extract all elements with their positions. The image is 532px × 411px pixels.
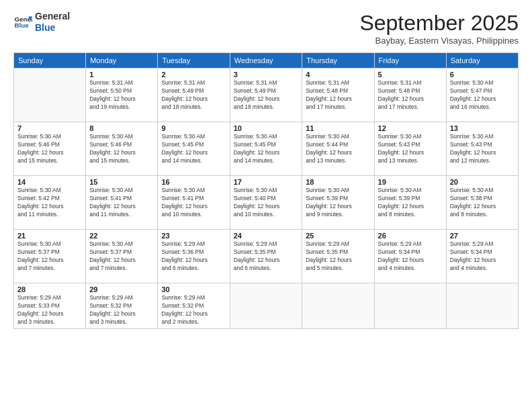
table-row: 5Sunrise: 5:31 AM Sunset: 5:48 PM Daylig… [374,68,446,122]
location: Baybay, Eastern Visayas, Philippines [359,36,519,46]
day-number: 24 [234,232,298,240]
table-row: 29Sunrise: 5:29 AM Sunset: 5:32 PM Dayli… [86,283,158,329]
day-info: Sunrise: 5:30 AM Sunset: 5:45 PM Dayligh… [234,133,298,165]
table-row: 20Sunrise: 5:30 AM Sunset: 5:38 PM Dayli… [446,176,518,230]
table-row: 21Sunrise: 5:30 AM Sunset: 5:37 PM Dayli… [14,230,86,283]
day-number: 11 [306,124,370,132]
table-row [230,283,302,329]
day-info: Sunrise: 5:31 AM Sunset: 5:48 PM Dayligh… [378,79,443,111]
table-row: 14Sunrise: 5:30 AM Sunset: 5:42 PM Dayli… [14,176,86,230]
day-info: Sunrise: 5:31 AM Sunset: 5:50 PM Dayligh… [89,79,154,111]
day-number: 6 [450,71,515,79]
day-number: 16 [161,178,226,186]
table-row [302,283,374,329]
day-number: 7 [17,124,82,132]
col-tuesday: Tuesday [158,53,230,68]
table-row: 23Sunrise: 5:29 AM Sunset: 5:36 PM Dayli… [158,230,230,283]
day-info: Sunrise: 5:30 AM Sunset: 5:39 PM Dayligh… [378,187,443,219]
table-row: 10Sunrise: 5:30 AM Sunset: 5:45 PM Dayli… [230,122,302,176]
day-number: 30 [161,285,226,293]
day-info: Sunrise: 5:29 AM Sunset: 5:34 PM Dayligh… [450,240,515,273]
svg-text:Blue: Blue [14,21,29,29]
table-row: 28Sunrise: 5:29 AM Sunset: 5:33 PM Dayli… [14,283,86,329]
day-number: 27 [450,232,515,240]
day-info: Sunrise: 5:30 AM Sunset: 5:41 PM Dayligh… [161,187,226,219]
table-row: 3Sunrise: 5:31 AM Sunset: 5:49 PM Daylig… [230,68,302,122]
day-info: Sunrise: 5:30 AM Sunset: 5:43 PM Dayligh… [378,133,443,165]
day-info: Sunrise: 5:30 AM Sunset: 5:38 PM Dayligh… [450,187,515,219]
day-info: Sunrise: 5:30 AM Sunset: 5:44 PM Dayligh… [306,133,370,165]
day-info: Sunrise: 5:29 AM Sunset: 5:34 PM Dayligh… [378,240,443,273]
col-saturday: Saturday [446,53,518,68]
table-row: 24Sunrise: 5:29 AM Sunset: 5:35 PM Dayli… [230,230,302,283]
table-row: 9Sunrise: 5:30 AM Sunset: 5:45 PM Daylig… [158,122,230,176]
table-row: 27Sunrise: 5:29 AM Sunset: 5:34 PM Dayli… [446,230,518,283]
col-sunday: Sunday [14,53,86,68]
col-thursday: Thursday [302,53,374,68]
day-info: Sunrise: 5:29 AM Sunset: 5:32 PM Dayligh… [89,294,154,326]
header: General Blue General Blue September 2025… [13,11,519,46]
day-number: 23 [161,232,226,240]
day-number: 17 [234,178,298,186]
day-number: 8 [89,124,154,132]
day-number: 10 [234,124,298,132]
day-info: Sunrise: 5:30 AM Sunset: 5:46 PM Dayligh… [89,133,154,165]
table-row: 8Sunrise: 5:30 AM Sunset: 5:46 PM Daylig… [86,122,158,176]
day-info: Sunrise: 5:30 AM Sunset: 5:37 PM Dayligh… [89,240,154,273]
day-info: Sunrise: 5:30 AM Sunset: 5:42 PM Dayligh… [17,187,82,219]
day-info: Sunrise: 5:30 AM Sunset: 5:47 PM Dayligh… [450,79,515,111]
day-info: Sunrise: 5:29 AM Sunset: 5:35 PM Dayligh… [306,240,370,273]
table-row: 12Sunrise: 5:30 AM Sunset: 5:43 PM Dayli… [374,122,446,176]
day-info: Sunrise: 5:31 AM Sunset: 5:49 PM Dayligh… [161,79,226,111]
table-row: 19Sunrise: 5:30 AM Sunset: 5:39 PM Dayli… [374,176,446,230]
table-row [446,283,518,329]
day-info: Sunrise: 5:30 AM Sunset: 5:45 PM Dayligh… [161,133,226,165]
logo-icon: General Blue [13,13,32,32]
day-number: 25 [306,232,370,240]
calendar-table: Sunday Monday Tuesday Wednesday Thursday… [13,52,519,329]
day-number: 18 [306,178,370,186]
day-info: Sunrise: 5:31 AM Sunset: 5:48 PM Dayligh… [306,79,370,111]
day-info: Sunrise: 5:30 AM Sunset: 5:37 PM Dayligh… [17,240,82,273]
day-info: Sunrise: 5:31 AM Sunset: 5:49 PM Dayligh… [234,79,298,111]
day-number: 26 [378,232,443,240]
day-number: 2 [161,71,226,79]
day-number: 1 [89,71,154,79]
table-row: 16Sunrise: 5:30 AM Sunset: 5:41 PM Dayli… [158,176,230,230]
day-info: Sunrise: 5:29 AM Sunset: 5:32 PM Dayligh… [161,294,226,326]
day-number: 19 [378,178,443,186]
table-row [374,283,446,329]
day-number: 20 [450,178,515,186]
day-number: 5 [378,71,443,79]
day-info: Sunrise: 5:29 AM Sunset: 5:33 PM Dayligh… [17,294,82,326]
day-info: Sunrise: 5:30 AM Sunset: 5:41 PM Dayligh… [89,187,154,219]
table-row: 4Sunrise: 5:31 AM Sunset: 5:48 PM Daylig… [302,68,374,122]
table-row: 17Sunrise: 5:30 AM Sunset: 5:40 PM Dayli… [230,176,302,230]
calendar-header-row: Sunday Monday Tuesday Wednesday Thursday… [14,53,519,68]
day-number: 14 [17,178,82,186]
day-info: Sunrise: 5:30 AM Sunset: 5:46 PM Dayligh… [17,133,82,165]
day-number: 12 [378,124,443,132]
table-row: 1Sunrise: 5:31 AM Sunset: 5:50 PM Daylig… [86,68,158,122]
col-monday: Monday [86,53,158,68]
day-info: Sunrise: 5:29 AM Sunset: 5:35 PM Dayligh… [234,240,298,273]
table-row: 13Sunrise: 5:30 AM Sunset: 5:43 PM Dayli… [446,122,518,176]
table-row: 2Sunrise: 5:31 AM Sunset: 5:49 PM Daylig… [158,68,230,122]
day-number: 29 [89,285,154,293]
day-info: Sunrise: 5:30 AM Sunset: 5:39 PM Dayligh… [306,187,370,219]
table-row: 26Sunrise: 5:29 AM Sunset: 5:34 PM Dayli… [374,230,446,283]
day-number: 3 [234,71,298,79]
table-row: 30Sunrise: 5:29 AM Sunset: 5:32 PM Dayli… [158,283,230,329]
day-number: 9 [161,124,226,132]
col-wednesday: Wednesday [230,53,302,68]
day-info: Sunrise: 5:30 AM Sunset: 5:43 PM Dayligh… [450,133,515,165]
day-number: 4 [306,71,370,79]
day-number: 15 [89,178,154,186]
table-row: 22Sunrise: 5:30 AM Sunset: 5:37 PM Dayli… [86,230,158,283]
month-title: September 2025 [359,11,519,36]
col-friday: Friday [374,53,446,68]
table-row [14,68,86,122]
day-info: Sunrise: 5:29 AM Sunset: 5:36 PM Dayligh… [161,240,226,273]
logo: General Blue General Blue [13,11,70,34]
table-row: 7Sunrise: 5:30 AM Sunset: 5:46 PM Daylig… [14,122,86,176]
